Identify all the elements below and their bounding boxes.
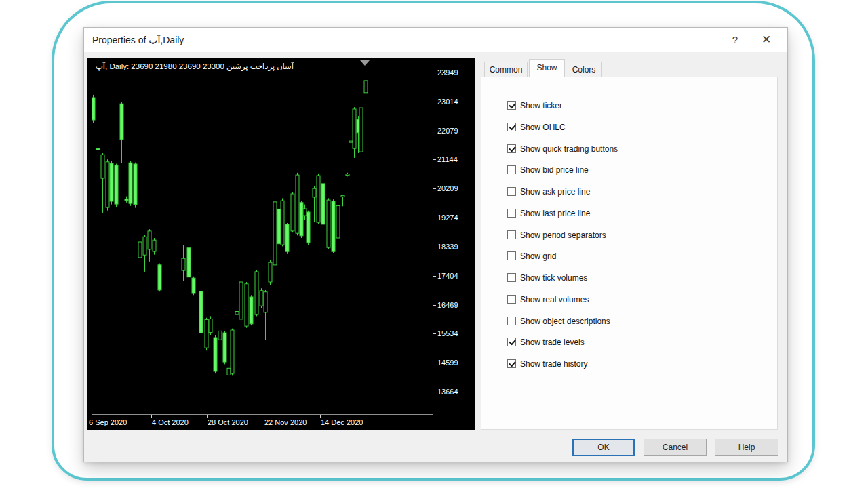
ok-button[interactable]: OK [572,439,635,456]
candle [205,319,208,348]
checkbox-show-quick-trading-buttons[interactable]: Show quick trading buttons [507,143,618,155]
candle [250,297,253,324]
date-axis-label: 22 Nov 2020 [264,418,307,426]
date-axis-tick [151,415,152,418]
candle [285,224,289,251]
checkbox-unchecked-icon[interactable] [507,295,516,304]
date-axis-tick [320,415,321,418]
checkbox-label: Show real volumes [520,295,589,304]
checkbox-show-bid-price-line[interactable]: Show bid price line [507,164,589,176]
date-axis-label: 6 Sep 2020 [89,418,127,426]
candle [106,162,109,207]
candle [182,258,185,270]
checkbox-label: Show grid [520,251,556,261]
checkbox-show-tick-volumes[interactable]: Show tick volumes [507,272,587,283]
price-axis-label: 18339 [437,242,458,251]
cancel-button[interactable]: Cancel [644,439,707,456]
chart-ohlc-header: آپ, Daily: 23690 21980 23690 23300 آسان … [96,62,294,71]
tab-colors[interactable]: Colors [566,62,602,77]
candle [313,188,316,197]
close-icon[interactable]: ✕ [753,28,779,52]
checkbox-unchecked-icon[interactable] [507,209,516,218]
candle [300,203,303,236]
candle [353,109,356,148]
candle [303,209,307,216]
price-axis-label: 23949 [437,68,458,77]
candle [277,209,281,243]
candle [273,202,277,265]
price-axis-label: 19274 [437,213,458,222]
candle [235,312,239,315]
checkbox-checked-icon[interactable] [507,144,516,153]
candle [239,282,243,319]
candle [264,292,267,312]
candle [148,231,151,249]
help-button[interactable]: Help [715,439,778,456]
checkbox-show-grid[interactable]: Show grid [507,250,556,262]
candle [346,174,349,176]
date-axis-label: 14 Dec 2020 [321,418,363,426]
checkbox-unchecked-icon[interactable] [507,273,516,282]
checkbox-show-last-price-line[interactable]: Show last price line [507,207,590,219]
date-axis-label: 28 Oct 2020 [208,418,248,426]
checkbox-show-ohlc[interactable]: Show OHLC [507,121,566,133]
candle [364,81,368,93]
checkbox-label: Show object descriptions [520,317,610,326]
checkbox-checked-icon[interactable] [507,101,516,110]
checkbox-unchecked-icon[interactable] [507,251,516,260]
checkbox-label: Show ask price line [520,187,590,197]
candle [321,184,325,224]
show-tab-page: Show tickerShow OHLCShow quick trading b… [481,77,778,430]
price-axis-label: 21144 [437,155,458,164]
checkbox-show-trade-history[interactable]: Show trade history [507,358,587,369]
checkbox-checked-icon[interactable] [507,338,516,346]
checkbox-unchecked-icon[interactable] [507,187,516,196]
checkbox-show-trade-levels[interactable]: Show trade levels [507,336,585,348]
checkbox-unchecked-icon[interactable] [507,165,516,174]
candle [138,242,142,258]
candle [129,163,132,203]
checkbox-unchecked-icon[interactable] [507,317,516,325]
dialog-title: Properties of آپ,Daily [92,28,184,52]
date-axis-tick [92,415,92,418]
tab-common[interactable]: Common [484,62,528,77]
candle [92,98,95,120]
checkbox-show-period-separators[interactable]: Show period separators [507,229,606,241]
checkbox-show-ask-price-line[interactable]: Show ask price line [507,186,590,197]
checkbox-show-object-descriptions[interactable]: Show object descriptions [507,315,610,327]
candle [359,108,363,152]
candle [214,338,217,371]
candle [227,368,231,375]
checkbox-checked-icon[interactable] [507,359,516,368]
checkbox-checked-icon[interactable] [507,123,516,131]
checkbox-label: Show trade history [520,359,587,369]
candlestick-chart [92,60,433,414]
price-axis-label: 16469 [437,300,458,310]
chart-preview: آپ, Daily: 23690 21980 23690 23300 آسان … [87,58,475,430]
candle [187,248,191,277]
candle [143,237,146,255]
candle [158,265,161,290]
candle [153,240,156,251]
price-axis-label: 14599 [437,358,458,367]
candle [223,333,226,362]
price-axis-label: 23014 [437,97,458,106]
tab-show[interactable]: Show [529,59,565,77]
checkbox-show-ticker[interactable]: Show ticker [507,100,562,111]
help-icon[interactable]: ? [722,28,748,52]
candle [341,195,344,197]
date-axis-label: 4 Oct 2020 [152,418,189,426]
checkbox-label: Show trade levels [520,338,585,347]
screenshot-canvas: Properties of آپ,Daily ? ✕ آپ, Daily: 23… [0,0,868,488]
date-axis-tick [264,415,264,418]
dialog-titlebar: Properties of آپ,Daily ? ✕ [84,28,787,52]
checkbox-unchecked-icon[interactable] [507,230,516,239]
candle [231,330,234,373]
checkbox-label: Show bid price line [520,165,589,175]
candle [125,199,128,201]
candle [115,165,118,204]
date-axis-tick [207,415,208,418]
candle [327,200,330,247]
price-axis-label: 20209 [437,184,458,193]
checkbox-show-real-volumes[interactable]: Show real volumes [507,293,589,305]
